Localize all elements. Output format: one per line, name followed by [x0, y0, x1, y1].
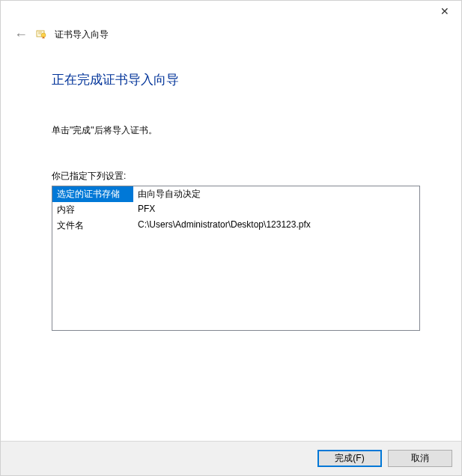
close-icon: ✕ — [440, 5, 449, 17]
settings-listbox[interactable]: 选定的证书存储 由向导自动决定 内容 PFX 文件名 C:\Users\Admi… — [52, 186, 420, 331]
settings-row[interactable]: 选定的证书存储 由向导自动决定 — [52, 186, 419, 202]
settings-key: 内容 — [52, 202, 133, 218]
certificate-wizard-icon — [35, 28, 47, 40]
settings-value: PFX — [133, 202, 419, 218]
settings-value: C:\Users\Administrator\Desktop\123123.pf… — [133, 218, 419, 234]
titlebar: ✕ — [1, 1, 461, 23]
wizard-footer: 完成(F) 取消 — [1, 441, 461, 475]
wizard-header: ← 证书导入向导 — [1, 23, 461, 41]
settings-value: 由向导自动决定 — [133, 186, 419, 202]
settings-label: 你已指定下列设置: — [52, 170, 424, 183]
settings-key: 文件名 — [52, 218, 133, 234]
settings-key: 选定的证书存储 — [52, 186, 133, 202]
close-button[interactable]: ✕ — [428, 1, 461, 22]
wizard-title: 证书导入向导 — [55, 28, 109, 41]
cancel-button[interactable]: 取消 — [388, 450, 452, 467]
back-arrow-icon: ← — [14, 27, 28, 43]
finish-button[interactable]: 完成(F) — [317, 450, 382, 467]
settings-row[interactable]: 内容 PFX — [52, 202, 419, 218]
page-heading: 正在完成证书导入向导 — [52, 71, 424, 88]
settings-table: 选定的证书存储 由向导自动决定 内容 PFX 文件名 C:\Users\Admi… — [52, 186, 419, 234]
back-button[interactable]: ← — [14, 28, 28, 41]
wizard-content: 正在完成证书导入向导 单击"完成"后将导入证书。 你已指定下列设置: 选定的证书… — [1, 41, 461, 331]
settings-row[interactable]: 文件名 C:\Users\Administrator\Desktop\12312… — [52, 218, 419, 234]
instruction-text: 单击"完成"后将导入证书。 — [52, 124, 424, 137]
